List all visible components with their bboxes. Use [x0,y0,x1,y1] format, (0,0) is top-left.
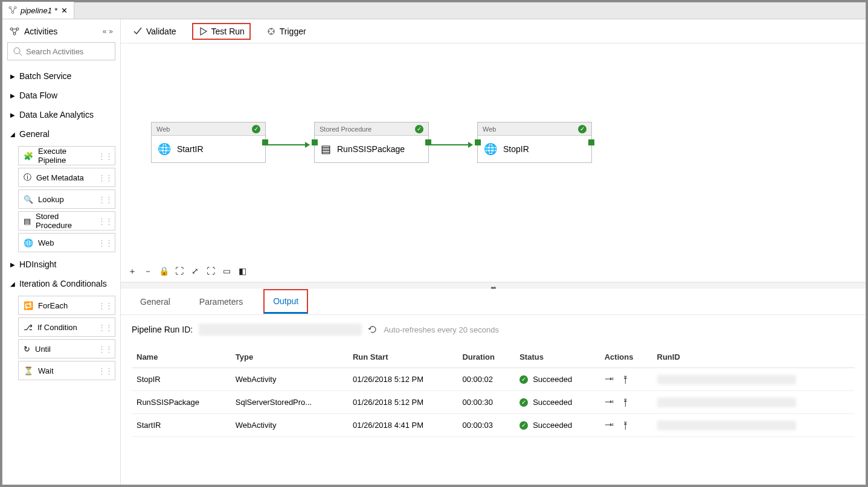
table-row[interactable]: StopIRWebActivity01/26/2018 5:12 PM00:00… [132,368,855,391]
success-icon: ✓ [519,421,528,430]
input-action-icon[interactable]: ⭲ [605,420,614,430]
activity-foreach[interactable]: 🔁ForEach⋮⋮ [18,296,115,315]
bottom-tabs: General Parameters Output [121,288,866,315]
collapse-all-icon[interactable]: « [103,27,107,36]
runid-label: Pipeline Run ID: [132,325,193,334]
activity-wait[interactable]: ⏳Wait⋮⋮ [18,361,115,380]
grip-icon: ⋮⋮ [98,301,112,310]
success-icon: ✓ [519,398,528,407]
expand-all-icon[interactable]: » [109,27,113,36]
success-icon: ✓ [519,375,528,384]
table-row[interactable]: StartIRWebActivity01/26/2018 4:41 PM00:0… [132,414,855,437]
output-port[interactable] [588,139,594,145]
autorefresh-label: Auto-refreshes every 20 seconds [384,325,499,334]
success-icon: ✓ [415,125,423,133]
runid-value [199,323,362,336]
input-port[interactable] [475,139,481,145]
category-general[interactable]: ◢General [7,124,115,144]
refresh-icon[interactable] [368,325,378,334]
category-data-lake-analytics[interactable]: ▶Data Lake Analytics [7,105,115,124]
success-icon: ✓ [578,125,587,133]
web-icon: 🌐 [158,142,171,156]
zoom-out-icon[interactable]: － [143,266,153,277]
align-icon[interactable]: ▭ [221,266,232,277]
close-icon[interactable]: ✕ [61,6,68,15]
node-stopir[interactable]: Web✓ 🌐StopIR [477,122,592,163]
zoom-in-icon[interactable]: ＋ [127,266,138,277]
connector [268,144,309,145]
tab-pipeline1[interactable]: pipeline1 * ✕ [2,2,74,19]
input-port[interactable] [312,139,318,145]
grip-icon: ⋮⋮ [98,151,112,161]
zoom-100-icon[interactable]: ⤢ [190,266,201,277]
pipeline-icon [8,6,17,14]
grip-icon: ⋮⋮ [98,217,112,226]
activity-execute-pipeline[interactable]: 🧩Execute Pipeline⋮⋮ [18,146,115,165]
activity-until[interactable]: ↻Until⋮⋮ [18,339,115,358]
pipeline-canvas[interactable]: Web✓ 🌐StartIR Stored Procedure✓ ▤RunSSIS… [121,43,866,282]
activity-get-metadata[interactable]: ⓘGet Metadata⋮⋮ [18,168,115,187]
success-icon: ✓ [252,125,260,133]
tab-general[interactable]: General [132,291,179,313]
svg-point-2 [11,11,14,14]
search-icon [13,46,22,56]
runid-value [657,375,796,384]
svg-point-1 [14,7,17,9]
runid-value [657,398,796,407]
activity-web[interactable]: 🌐Web⋮⋮ [18,233,115,252]
output-port[interactable] [262,139,268,145]
resize-handle[interactable]: ▂ [121,282,866,288]
lock-icon[interactable]: 🔒 [158,266,169,277]
fullscreen-icon[interactable]: ⛶ [205,266,216,277]
play-icon [198,27,208,36]
grip-icon: ⋮⋮ [98,173,112,182]
output-action-icon[interactable]: ⭱ [621,374,630,384]
metadata-icon: ⓘ [24,172,31,183]
if-icon: ⎇ [24,323,33,332]
activity-stored-procedure[interactable]: ▤Stored Procedure⋮⋮ [18,211,115,231]
svg-point-6 [14,48,20,54]
node-startir[interactable]: Web✓ 🌐StartIR [151,122,266,163]
activities-sidebar: Activities « » Search Activities ▶Batch … [2,19,121,485]
runid-value [657,421,796,430]
fit-icon[interactable]: ⛶ [174,266,185,277]
layout-icon[interactable]: ◧ [237,266,248,277]
output-table: Name Type Run Start Duration Status Acti… [132,346,855,437]
tab-parameters[interactable]: Parameters [191,291,251,313]
connector [431,144,472,145]
activities-icon [10,27,19,36]
validate-button[interactable]: Validate [128,24,181,39]
category-hdinsight[interactable]: ▶HDInsight [7,255,115,274]
activity-lookup[interactable]: 🔍Lookup⋮⋮ [18,189,115,209]
input-action-icon[interactable]: ⭲ [605,397,614,407]
web-icon: 🌐 [24,238,33,247]
canvas-tools: ＋ － 🔒 ⛶ ⤢ ⛶ ▭ ◧ [127,266,248,277]
tab-output[interactable]: Output [263,289,308,314]
category-iteration[interactable]: ◢Iteration & Conditionals [7,274,115,293]
tab-strip: pipeline1 * ✕ [2,2,866,19]
svg-line-7 [19,53,22,56]
search-activities-input[interactable]: Search Activities [7,42,115,60]
test-run-button[interactable]: Test Run [192,23,251,40]
node-runssis[interactable]: Stored Procedure✓ ▤RunSSISPackage [314,122,429,163]
sproc-icon: ▤ [321,142,331,156]
table-row[interactable]: RunSSISPackageSqlServerStoredPro...01/26… [132,391,855,414]
foreach-icon: 🔁 [24,301,33,310]
output-action-icon[interactable]: ⭱ [621,397,630,407]
sproc-icon: ▤ [24,217,31,226]
input-action-icon[interactable]: ⭲ [605,374,614,384]
check-icon [133,27,143,36]
grip-icon: ⋮⋮ [98,366,112,375]
grip-icon: ⋮⋮ [98,238,112,247]
wait-icon: ⏳ [24,366,33,375]
activity-if-condition[interactable]: ⎇If Condition⋮⋮ [18,317,115,337]
trigger-button[interactable]: Trigger [262,24,311,39]
svg-point-0 [9,7,11,9]
output-port[interactable] [425,139,431,145]
web-icon: 🌐 [484,142,497,156]
pipeline-toolbar: Validate Test Run Trigger [121,19,866,43]
category-data-flow[interactable]: ▶Data Flow [7,86,115,105]
output-action-icon[interactable]: ⭱ [621,420,630,430]
activities-title: Activities [24,27,57,36]
category-batch-service[interactable]: ▶Batch Service [7,66,115,86]
